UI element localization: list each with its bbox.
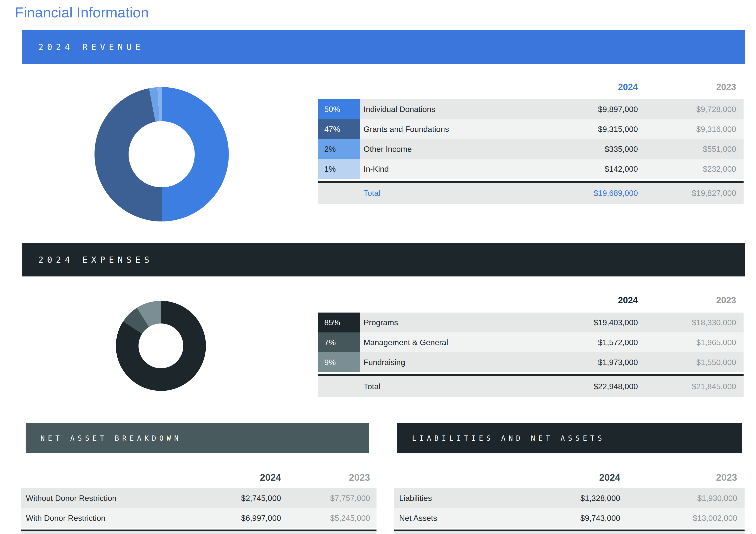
revenue-donut-chart xyxy=(94,87,229,221)
expenses-donut-chart xyxy=(116,301,206,391)
donut-slice xyxy=(94,88,162,221)
table-row: With Donor Restriction $6,997,000 $5,245… xyxy=(21,508,376,528)
percentage-badge: 9% xyxy=(318,352,360,372)
percentage-badge: 7% xyxy=(318,332,360,352)
value-2024: $335,000 xyxy=(519,145,638,154)
value-2023: $9,728,000 xyxy=(638,105,743,114)
column-header-2024: 2024 xyxy=(176,472,281,483)
value-2023: $1,930,000 xyxy=(620,494,744,503)
percentage-badge: 2% xyxy=(318,139,360,159)
net-asset-banner-label: NET ASSET BREAKDOWN xyxy=(40,434,181,442)
value-2024: $9,743,000 xyxy=(511,514,620,523)
expenses-table-header: 2024 2023 xyxy=(318,288,743,313)
page-title: Financial Information xyxy=(15,4,149,21)
value-2023: $7,757,000 xyxy=(281,494,376,503)
liabilities-table: 2024 2023 Liabilities $1,328,000 $1,930,… xyxy=(394,467,744,534)
value-2024: $9,315,000 xyxy=(519,125,638,134)
total-label: Total xyxy=(360,382,519,391)
column-header-2023: 2023 xyxy=(620,472,744,483)
row-label: With Donor Restriction xyxy=(21,514,176,523)
total-value-2023: $21,845,000 xyxy=(638,382,743,391)
percentage-badge: 1% xyxy=(318,159,360,179)
value-2024: $9,897,000 xyxy=(519,105,638,114)
table-row: 7% Management & General $1,572,000 $1,96… xyxy=(318,332,743,352)
value-2023: $9,316,000 xyxy=(638,125,743,134)
total-value-2023: $19,827,000 xyxy=(638,189,743,198)
net-asset-total-row-clipped xyxy=(21,531,376,534)
financial-information-page: Financial Information 2024 REVENUE 2024 … xyxy=(0,0,756,534)
column-header-2023: 2023 xyxy=(281,472,376,483)
table-row: 85% Programs $19,403,000 $18,330,000 xyxy=(318,313,743,332)
table-row: 9% Fundraising $1,973,000 $1,550,000 xyxy=(318,352,743,372)
revenue-total-row: Total $19,689,000 $19,827,000 xyxy=(318,183,743,204)
expenses-banner-label: 2024 EXPENSES xyxy=(38,255,153,265)
value-2024: $2,745,000 xyxy=(176,494,281,503)
row-label: Other Income xyxy=(360,145,519,154)
net-asset-breakdown-banner: NET ASSET BREAKDOWN xyxy=(26,423,369,453)
column-header-2024: 2024 xyxy=(519,295,638,306)
liabilities-section-banner: LIABILITIES AND NET ASSETS xyxy=(397,423,742,453)
column-header-2024: 2024 xyxy=(519,82,638,92)
row-label: Programs xyxy=(360,318,519,327)
column-header-2023: 2023 xyxy=(638,295,743,306)
column-header-2024: 2024 xyxy=(511,472,620,483)
total-separator xyxy=(318,374,743,376)
expenses-table: 2024 2023 85% Programs $19,403,000 $18,3… xyxy=(318,288,743,397)
revenue-section-banner: 2024 REVENUE xyxy=(22,30,745,64)
total-value-2024: $22,948,000 xyxy=(519,382,638,391)
value-2024: $142,000 xyxy=(519,164,638,174)
value-2023: $18,330,000 xyxy=(638,318,743,327)
value-2023: $13,002,000 xyxy=(620,514,744,523)
column-header-2023: 2023 xyxy=(638,82,743,92)
liabilities-total-row-clipped xyxy=(394,531,744,534)
row-label: Without Donor Restriction xyxy=(21,494,176,503)
percentage-badge: 50% xyxy=(318,99,360,119)
total-separator xyxy=(318,181,743,183)
table-row: 1% In-Kind $142,000 $232,000 xyxy=(318,159,743,179)
liabilities-banner-label: LIABILITIES AND NET ASSETS xyxy=(412,434,605,442)
value-2024: $1,572,000 xyxy=(519,338,638,347)
expenses-section-banner: 2024 EXPENSES xyxy=(22,243,745,276)
table-row: 50% Individual Donations $9,897,000 $9,7… xyxy=(318,99,743,119)
liabilities-table-header: 2024 2023 xyxy=(394,467,744,488)
total-separator xyxy=(21,529,376,531)
percentage-badge: 85% xyxy=(318,313,360,332)
table-row: Net Assets $9,743,000 $13,002,000 xyxy=(394,508,744,528)
value-2024: $1,328,000 xyxy=(511,494,620,503)
value-2023: $5,245,000 xyxy=(281,514,376,523)
row-label: Grants and Foundations xyxy=(360,125,519,134)
value-2023: $1,965,000 xyxy=(638,338,743,347)
total-separator xyxy=(394,529,744,531)
table-row: 2% Other Income $335,000 $551,000 xyxy=(318,139,743,159)
row-label: Net Assets xyxy=(394,514,511,523)
revenue-table-header: 2024 2023 xyxy=(318,75,743,99)
row-gap xyxy=(318,179,743,181)
table-row: 47% Grants and Foundations $9,315,000 $9… xyxy=(318,119,743,139)
table-row: Without Donor Restriction $2,745,000 $7,… xyxy=(21,488,376,508)
row-label: Fundraising xyxy=(360,358,519,367)
value-2024: $1,973,000 xyxy=(519,358,638,367)
row-label: In-Kind xyxy=(360,164,519,174)
revenue-table: 2024 2023 50% Individual Donations $9,89… xyxy=(318,75,743,204)
value-2024: $19,403,000 xyxy=(519,318,638,327)
table-row: Liabilities $1,328,000 $1,930,000 xyxy=(394,488,744,508)
row-label: Liabilities xyxy=(394,494,511,503)
net-asset-breakdown-table: 2024 2023 Without Donor Restriction $2,7… xyxy=(21,467,376,534)
value-2023: $232,000 xyxy=(638,164,743,174)
revenue-banner-label: 2024 REVENUE xyxy=(38,42,144,52)
total-label: Total xyxy=(360,189,519,198)
value-2023: $551,000 xyxy=(638,145,743,154)
net-asset-table-header: 2024 2023 xyxy=(21,467,376,488)
row-label: Individual Donations xyxy=(360,105,519,114)
value-2023: $1,550,000 xyxy=(638,358,743,367)
row-label: Management & General xyxy=(360,338,519,347)
value-2024: $6,997,000 xyxy=(176,514,281,523)
row-gap xyxy=(318,372,743,374)
expenses-total-row: Total $22,948,000 $21,845,000 xyxy=(318,376,743,397)
donut-slice xyxy=(162,87,229,221)
percentage-badge: 47% xyxy=(318,119,360,139)
total-value-2024: $19,689,000 xyxy=(519,189,638,198)
